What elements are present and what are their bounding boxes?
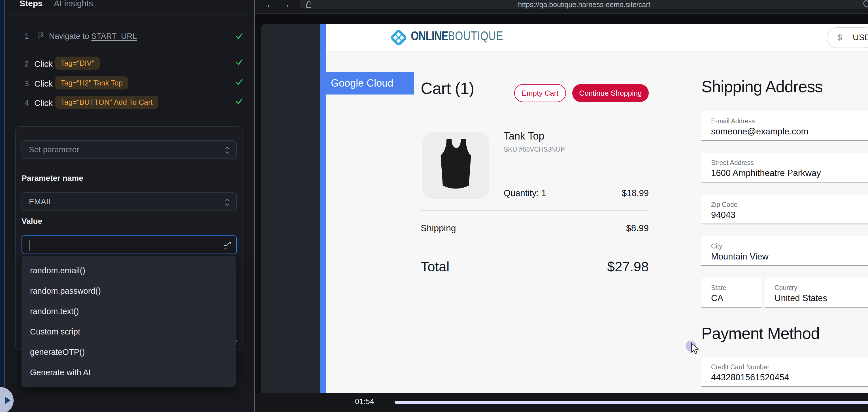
step-number: 4	[25, 99, 29, 107]
text-cursor	[29, 240, 29, 251]
value-suggestions-dropdown: random.email() random.password() random.…	[22, 256, 236, 387]
credit-card-number-field[interactable]: Credit Card Number 4432801561520454	[702, 357, 868, 387]
shipping-cost-value: $8.99	[564, 223, 649, 234]
zip-code-field[interactable]: Zip Code 94043	[702, 195, 868, 225]
field-value: United States	[775, 293, 827, 303]
field-value: CA	[711, 293, 723, 303]
google-cloud-badge: Google Cloud	[320, 72, 414, 95]
step-text: Navigate to START_URL	[49, 32, 137, 41]
online-boutique-logo-icon[interactable]	[389, 28, 408, 47]
field-value: 4432801561520454	[711, 372, 789, 383]
step-passed-check-icon	[235, 97, 243, 105]
tab-ai-insights[interactable]: AI insights	[54, 0, 93, 8]
suggestion-random-password[interactable]: random.password()	[22, 281, 236, 301]
field-value: 1600 Amphitheatre Parkway	[711, 168, 821, 178]
product-sku: SKU #66VCHSJNUP	[504, 146, 565, 153]
step-action-label: Click	[34, 98, 53, 108]
payment-method-title: Payment Method	[702, 324, 819, 343]
product-quantity: Quantity: 1	[504, 188, 546, 198]
field-label: Zip Code	[711, 201, 737, 209]
cart-title: Cart (1)	[421, 79, 474, 98]
parameter-name-select[interactable]: EMAIL	[22, 193, 237, 211]
suggestion-random-text[interactable]: random.text()	[22, 301, 236, 321]
tank-top-illustration	[423, 132, 489, 199]
forward-button[interactable]: →	[281, 0, 291, 10]
continue-shopping-button[interactable]: Continue Shopping	[572, 84, 649, 102]
online-boutique-logo-text[interactable]: ONLINEBOUTIQUE	[411, 29, 503, 43]
play-icon	[5, 397, 10, 404]
url-text[interactable]: https://qa.boutique.harness-demo.site/ca…	[300, 1, 868, 9]
value-label: Value	[22, 217, 42, 226]
field-label: E-mail Address	[711, 117, 755, 125]
toolbar-spacer	[255, 14, 868, 24]
step-passed-check-icon	[235, 58, 243, 66]
state-field[interactable]: State CA	[702, 278, 762, 308]
brand-light: BOUTIQUE	[448, 29, 503, 43]
back-button[interactable]: ←	[266, 0, 275, 10]
expand-icon[interactable]	[223, 241, 232, 249]
field-label: City	[711, 242, 722, 250]
step-selector-badge[interactable]: Tag="DIV"	[55, 57, 100, 70]
field-value: 94043	[711, 210, 736, 220]
select-updown-icon	[224, 146, 230, 154]
step-number: 2	[25, 60, 29, 68]
suggestion-random-email[interactable]: random.email()	[22, 260, 236, 281]
product-name[interactable]: Tank Top	[504, 130, 544, 142]
empty-cart-button[interactable]: Empty Cart	[514, 84, 566, 102]
online-boutique-page: ONLINEBOUTIQUE $ USD Google Cloud Cart (…	[327, 24, 868, 393]
action-select-value: Set parameter	[29, 145, 79, 154]
playback-time: 01:54	[355, 397, 374, 406]
playback-progress-bar[interactable]	[395, 401, 868, 404]
suggestion-generate-with-ai[interactable]: Generate with AI	[22, 362, 236, 383]
total-label: Total	[421, 259, 449, 274]
tab-steps[interactable]: Steps	[20, 0, 43, 8]
step-selector-badge[interactable]: Tag="H2" Tank Top	[55, 76, 128, 90]
app-root: Steps AI insights 1 Navigate to START_UR…	[0, 0, 868, 412]
recorded-page-viewport: ONLINEBOUTIQUE $ USD Google Cloud Cart (…	[261, 24, 868, 393]
street-address-field[interactable]: Street Address 1600 Amphitheatre Parkway	[702, 153, 868, 182]
step-passed-check-icon	[235, 77, 243, 86]
tabs-underline	[5, 14, 254, 14]
shipping-address-title: Shipping Address	[702, 77, 823, 96]
step-action-label: Navigate to	[49, 32, 89, 40]
parameter-name-label: Parameter name	[22, 174, 83, 183]
refresh-icon[interactable]	[861, 0, 868, 9]
field-label: State	[711, 284, 726, 292]
step-number: 3	[25, 79, 29, 88]
field-value: someone@example.com	[711, 127, 808, 137]
step-number: 1	[25, 32, 29, 41]
step-action-label: Click	[34, 59, 53, 69]
step-start-url-link[interactable]: START_URL	[91, 32, 137, 40]
currency-selector[interactable]: $ USD	[827, 27, 868, 48]
suggestion-custom-script[interactable]: Custom script	[22, 321, 236, 342]
currency-symbol: $	[837, 33, 842, 42]
field-label: Street Address	[711, 159, 754, 167]
step-passed-check-icon	[235, 32, 243, 40]
field-label: Credit Card Number	[711, 363, 769, 371]
currency-code: USD	[853, 33, 868, 42]
step-action-label: Click	[34, 79, 53, 89]
step-selector-badge[interactable]: Tag="BUTTON" Add To Cart	[55, 96, 158, 109]
product-price: $18.99	[564, 188, 649, 198]
field-value: Mountain View	[711, 251, 769, 262]
select-updown-icon	[224, 198, 230, 206]
divider	[421, 118, 649, 118]
flag-icon	[37, 32, 45, 40]
city-field[interactable]: City Mountain View	[702, 236, 868, 266]
parameter-name-value: EMAIL	[29, 197, 53, 206]
email-address-field[interactable]: E-mail Address someone@example.com	[702, 111, 868, 141]
country-field[interactable]: Country United States	[765, 278, 868, 308]
left-edge-rail	[0, 0, 4, 412]
field-label: Country	[775, 284, 798, 292]
total-value: $27.98	[535, 259, 649, 274]
shipping-cost-label: Shipping	[421, 223, 456, 234]
mouse-cursor-icon	[690, 343, 700, 355]
action-select[interactable]: Set parameter	[22, 140, 237, 159]
divider	[421, 210, 649, 211]
brand-bold: ONLINE	[411, 29, 448, 43]
value-input[interactable]	[22, 235, 237, 254]
suggestion-generate-otp[interactable]: generateOTP()	[22, 342, 236, 362]
product-image-tank-top	[423, 132, 489, 199]
